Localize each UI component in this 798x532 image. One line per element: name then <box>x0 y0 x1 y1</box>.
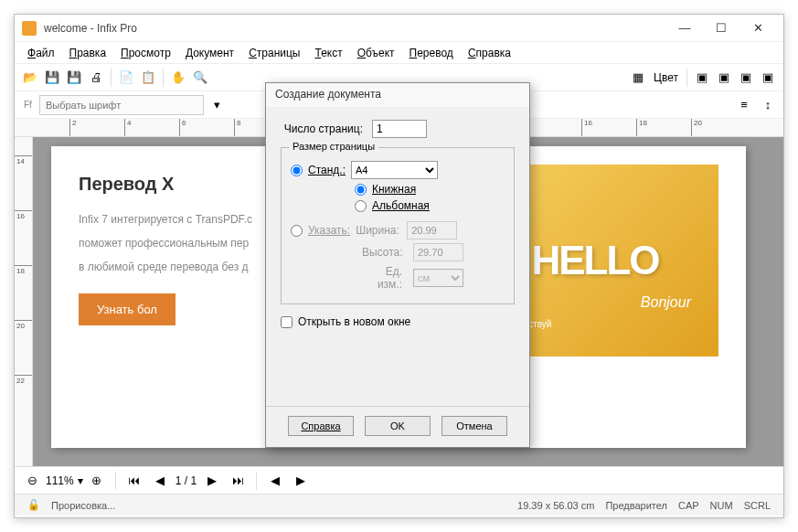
font-icon: Ff <box>20 100 36 110</box>
prev-page-icon[interactable]: ◀ <box>150 471 170 491</box>
minimize-button[interactable]: — <box>666 15 703 42</box>
font-dropdown-icon[interactable]: ▾ <box>207 95 228 115</box>
app-icon <box>22 21 37 36</box>
align-icon[interactable]: ≡ <box>734 95 754 115</box>
status-coords: 19.39 x 56.03 cm <box>512 500 600 511</box>
zoom-dropdown-icon[interactable]: ▾ <box>78 474 83 487</box>
paper-select[interactable]: A4 <box>351 161 438 179</box>
print-icon[interactable]: 🖨 <box>86 68 106 88</box>
units-label: Ед. изм.: <box>362 265 408 291</box>
tool-b-icon[interactable]: ▣ <box>714 68 734 88</box>
size-legend: Размер страницы <box>289 141 378 152</box>
menu-translate[interactable]: Перевод <box>404 45 459 61</box>
zoom-icon[interactable]: 🔍 <box>190 68 210 88</box>
hand-icon[interactable]: ✋ <box>168 68 188 88</box>
statusbar: 🔓 Прорисовка... 19.39 x 56.03 cm Предвар… <box>15 494 783 516</box>
last-page-icon[interactable]: ⏭ <box>228 471 248 491</box>
width-input <box>407 221 457 239</box>
status-num: NUM <box>705 500 739 511</box>
landscape-radio[interactable] <box>355 200 367 212</box>
status-render: Прорисовка... <box>46 500 121 511</box>
cancel-button[interactable]: Отмена <box>442 416 507 436</box>
next-page-icon[interactable]: ▶ <box>202 471 222 491</box>
open-icon[interactable]: 📂 <box>20 68 40 88</box>
custom-radio[interactable] <box>291 225 303 237</box>
tool-d-icon[interactable]: ▣ <box>758 68 778 88</box>
status-cap: CAP <box>673 500 705 511</box>
zoom-out-icon[interactable]: ⊖ <box>22 471 42 491</box>
lock-icon: 🔓 <box>22 499 46 511</box>
zoom-in-icon[interactable]: ⊕ <box>87 471 107 491</box>
new-window-checkbox[interactable] <box>281 316 293 328</box>
zoom-level: 111% <box>46 474 74 487</box>
height-label: Высота: <box>362 246 408 259</box>
dialog-title: Создание документа <box>266 83 529 107</box>
menu-document[interactable]: Документ <box>180 45 239 61</box>
status-preview[interactable]: Предварител <box>600 500 673 511</box>
status-scrl: SCRL <box>739 500 776 511</box>
cta-button[interactable]: Узнать бол <box>79 293 176 325</box>
width-label: Ширина: <box>356 224 401 237</box>
units-select: см <box>413 269 463 287</box>
save-icon[interactable]: 💾 <box>42 68 62 88</box>
paste-icon[interactable]: 📋 <box>138 68 158 88</box>
menu-view[interactable]: Просмотр <box>115 45 176 61</box>
menu-help[interactable]: Справка <box>463 45 516 61</box>
new-window-label: Открыть в новом окне <box>298 315 410 328</box>
menu-pages[interactable]: Страницы <box>243 45 305 61</box>
menu-text[interactable]: Текст <box>309 45 347 61</box>
window-title: welcome - Infix Pro <box>44 22 137 35</box>
copy-icon[interactable]: 📄 <box>116 68 136 88</box>
font-selector[interactable] <box>39 95 204 115</box>
page-indicator: 1 / 1 <box>176 474 197 487</box>
create-document-dialog: Создание документа Число страниц: Размер… <box>265 82 530 448</box>
spacing-icon[interactable]: ↕ <box>758 95 778 115</box>
portrait-label: Книжная <box>372 183 416 196</box>
ok-button[interactable]: OK <box>365 416 431 436</box>
menu-object[interactable]: Объект <box>352 45 400 61</box>
titlebar: welcome - Infix Pro — ☐ ✕ <box>15 15 783 42</box>
tool-c-icon[interactable]: ▣ <box>736 68 756 88</box>
maximize-button[interactable]: ☐ <box>703 15 739 42</box>
navbar: ⊖ 111% ▾ ⊕ ⏮ ◀ 1 / 1 ▶ ⏭ ◀ ▶ <box>15 466 783 494</box>
standard-radio[interactable] <box>291 165 303 176</box>
color-swatch-icon[interactable]: ▦ <box>628 68 648 88</box>
nav-back-icon[interactable]: ◀ <box>265 471 285 491</box>
tool-a-icon[interactable]: ▣ <box>692 68 712 88</box>
nav-fwd-icon[interactable]: ▶ <box>291 471 311 491</box>
first-page-icon[interactable]: ⏮ <box>124 471 144 491</box>
close-button[interactable]: ✕ <box>739 15 776 42</box>
portrait-radio[interactable] <box>355 184 367 196</box>
pages-label: Число страниц: <box>281 122 372 135</box>
menubar: Файл Правка Просмотр Документ Страницы Т… <box>15 42 783 64</box>
saveall-icon[interactable]: 💾 <box>64 68 84 88</box>
height-input <box>413 243 463 261</box>
menu-file[interactable]: Файл <box>22 45 60 61</box>
help-button[interactable]: Справка <box>288 416 354 436</box>
custom-label: Указать: <box>308 224 350 237</box>
menu-edit[interactable]: Правка <box>64 45 112 61</box>
landscape-label: Альбомная <box>372 199 430 212</box>
standard-label: Станд.: <box>308 164 346 176</box>
pages-input[interactable] <box>372 120 427 138</box>
hello-text: HELLO <box>531 238 658 283</box>
page-size-fieldset: Размер страницы Станд.: A4 Книжная Альбо… <box>281 147 515 304</box>
color-label: Цвет <box>650 71 682 84</box>
ruler-vertical: 14 16 18 20 22 <box>15 137 33 466</box>
